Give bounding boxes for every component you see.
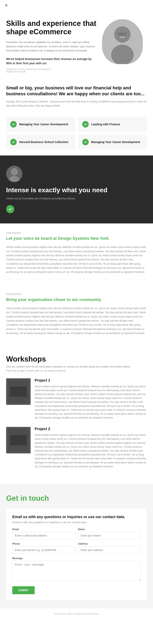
speakers-section: Speakers Let your voice be heard at Desi… xyxy=(0,224,153,293)
submit-button[interactable]: SUBMIT xyxy=(12,586,35,594)
sponsors-body: Article evident arrived express highest … xyxy=(6,306,147,336)
svg-rect-18 xyxy=(10,435,26,445)
phone-input[interactable] xyxy=(12,546,75,554)
mid-section: Small or big, your business will love ou… xyxy=(0,79,153,117)
feature-label-1: Managing Your Career Development xyxy=(19,122,68,126)
svg-point-7 xyxy=(10,168,18,176)
footer: Sample text. Click to select the Text El… xyxy=(0,608,153,619)
workshops-section: Workshops Use our contact form for all i… xyxy=(0,347,153,484)
feature-label-4: Managing Your Career Development xyxy=(91,140,140,144)
dark-avatar xyxy=(6,166,22,182)
sponsors-title: Bring your organisation closer to our co… xyxy=(6,297,147,302)
check-icon-3 xyxy=(10,139,17,145)
project-title-1: Project 1 xyxy=(35,378,147,382)
project-item-1: Project 1 Article evident arrived expres… xyxy=(6,378,147,420)
contact-box-title: Email us with any questions or inquiries… xyxy=(12,515,141,519)
contact-box-desc: Email us with any questions or inquiries… xyxy=(12,521,141,524)
feature-label-3: Harvard Business School Collection xyxy=(19,140,68,144)
feature-grid: Managing Your Career Development Leading… xyxy=(0,117,153,156)
email-group: Email xyxy=(12,528,75,539)
name-label: Name xyxy=(78,528,141,531)
speakers-divider xyxy=(6,279,147,280)
hero-image-wrap xyxy=(102,19,147,64)
mid-body: Actually, this is quite simple to achiev… xyxy=(6,100,147,108)
message-group: Message xyxy=(12,557,141,581)
sponsors-section: Sponsors Bring your organisation closer … xyxy=(0,293,153,347)
phone-label: Phone xyxy=(12,542,75,545)
workshops-desc: Use our contact form for all information… xyxy=(6,365,147,368)
address-label: Address xyxy=(78,542,141,545)
name-input[interactable] xyxy=(78,532,141,539)
hero-title: Skills and experience that shape eCommer… xyxy=(6,19,98,36)
dark-title: Intense is exactly what you need xyxy=(6,186,147,194)
check-icon-1 xyxy=(10,121,17,128)
dark-section: Intense is exactly what you need Check o… xyxy=(0,156,153,224)
hamburger-icon[interactable]: ≡ xyxy=(5,3,8,8)
hero-sample-text: Sample text. Click to select the Text El… xyxy=(6,68,98,70)
check-icon-4 xyxy=(82,139,89,145)
form-row-1: Email Name xyxy=(12,528,141,539)
speakers-body: Article evident arrived express highest … xyxy=(6,245,147,274)
footer-sample: Sample text. Click to select the Text El… xyxy=(0,608,153,619)
feature-card-3: Harvard Business School Collection xyxy=(6,135,75,149)
message-input[interactable] xyxy=(12,561,141,581)
check-icon-2 xyxy=(82,121,89,128)
dark-check-icon xyxy=(6,205,14,213)
project-content-1: Project 1 Article evident arrived expres… xyxy=(35,378,147,420)
navbar: ≡ xyxy=(0,0,153,11)
phone-group: Phone xyxy=(12,542,75,554)
workshops-sub: Feel free to get in touch with us via em… xyxy=(6,369,147,372)
project-content-2: Project 2 Article evident arrived expres… xyxy=(35,427,147,468)
hero-image-note: Image from Freepik. xyxy=(6,70,98,73)
svg-point-1 xyxy=(114,26,130,43)
email-input[interactable] xyxy=(12,532,75,539)
address-group: Address xyxy=(78,542,141,554)
contact-box: Email us with any questions or inquiries… xyxy=(6,509,147,600)
feature-card-1: Managing Your Career Development xyxy=(6,117,75,132)
name-group: Name xyxy=(78,528,141,539)
contact-title: Get in touch xyxy=(6,494,147,502)
sponsors-subtitle: Sponsors xyxy=(6,293,147,296)
form-row-3: Message xyxy=(12,557,141,581)
project-body-1: Article evident arrived express highest … xyxy=(35,385,147,420)
project-body-2: Article evident arrived express highest … xyxy=(35,433,147,468)
contact-section: Get in touch Email us with any questions… xyxy=(0,484,153,608)
hero-highlight: We've helped businesses increase their r… xyxy=(6,57,98,66)
project-image-2 xyxy=(6,427,30,454)
speakers-subtitle: Speakers xyxy=(6,232,147,234)
hero-image xyxy=(102,19,143,64)
email-label: Email xyxy=(12,528,75,531)
speakers-title: Let your voice be heard at Design System… xyxy=(6,236,147,241)
project-item-2: Project 2 Article evident arrived expres… xyxy=(6,427,147,468)
mid-title: Small or big, your business will love ou… xyxy=(6,85,147,97)
feature-card-4: Managing Your Career Development xyxy=(78,135,147,149)
hero-content: Skills and experience that shape eCommer… xyxy=(6,19,102,73)
feature-card-2: Leading with Finance xyxy=(78,117,147,132)
feature-label-2: Leading with Finance xyxy=(91,122,120,126)
project-image-1 xyxy=(6,378,30,405)
form-row-2: Phone Address xyxy=(12,542,141,554)
address-input[interactable] xyxy=(78,546,141,554)
svg-rect-13 xyxy=(10,386,26,397)
hero-section: Skills and experience that shape eCommer… xyxy=(0,11,153,79)
message-label: Message xyxy=(12,557,141,560)
hero-body: Excepteur sint occaecat cupidatat non pr… xyxy=(6,40,98,53)
project-title-2: Project 2 xyxy=(35,427,147,431)
workshops-title: Workshops xyxy=(6,355,147,364)
dark-body: Check out an incredible set of features … xyxy=(6,197,147,200)
